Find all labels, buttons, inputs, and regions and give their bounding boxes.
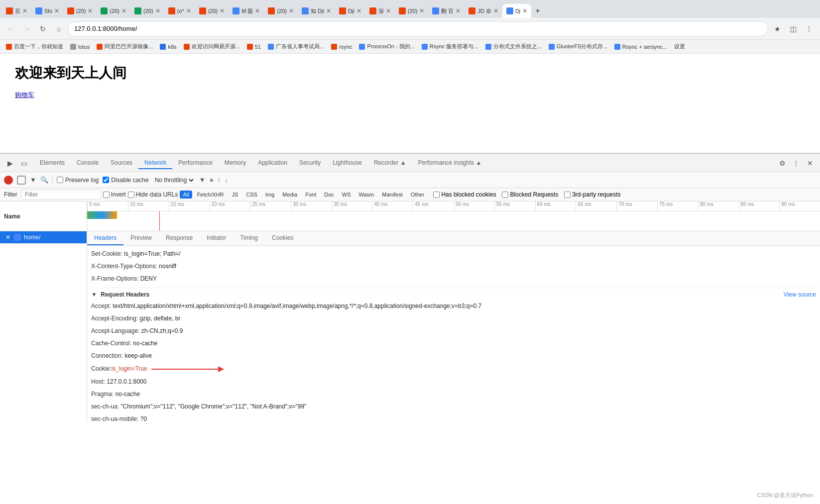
detail-tab-cookies[interactable]: Cookies: [265, 231, 300, 245]
inspect-element-button[interactable]: ▶: [4, 157, 16, 169]
invert-checkbox[interactable]: [103, 192, 110, 198]
tab-lighthouse[interactable]: Lighthouse: [327, 157, 368, 169]
forward-button[interactable]: →: [20, 22, 34, 36]
tab-jd[interactable]: JD 奈 ✕: [465, 4, 502, 18]
tab-close[interactable]: ✕: [289, 7, 294, 14]
bookmark-k8s[interactable]: k8s: [157, 43, 179, 51]
close-devtools-button[interactable]: ✕: [804, 157, 816, 169]
record-button[interactable]: [4, 176, 13, 185]
more-options-button[interactable]: ⋮: [790, 157, 802, 169]
tab-sources[interactable]: Sources: [105, 157, 138, 169]
detail-tab-headers[interactable]: Headers: [87, 231, 123, 245]
throttling-down-icon[interactable]: ▼: [199, 176, 206, 184]
tab-close[interactable]: ✕: [22, 7, 27, 14]
filter-icon[interactable]: ▼: [30, 176, 36, 184]
filter-tag-font[interactable]: Font: [302, 191, 319, 199]
back-button[interactable]: ←: [4, 22, 18, 36]
filter-input[interactable]: [21, 190, 101, 200]
bookmark-exam[interactable]: 广东省人事考试局...: [265, 42, 327, 51]
request-item-close[interactable]: ✕: [4, 233, 12, 241]
tab-close[interactable]: ✕: [493, 7, 498, 14]
disable-cache-checkbox[interactable]: [103, 177, 109, 183]
tab-memory[interactable]: Memory: [219, 157, 252, 169]
tab-close[interactable]: ✕: [356, 7, 361, 14]
address-input[interactable]: [68, 21, 768, 36]
tab-translate[interactable]: 翻 百 ✕: [428, 4, 465, 18]
bookmark-baidu[interactable]: 百度一下，你就知道: [3, 42, 66, 51]
filter-tag-fetchxhr[interactable]: Fetch/XHR: [194, 191, 227, 199]
tab-close[interactable]: ✕: [522, 7, 527, 14]
filter-tag-css[interactable]: CSS: [243, 191, 260, 199]
tab-close[interactable]: ✕: [155, 7, 160, 14]
detail-tab-response[interactable]: Response: [159, 231, 200, 245]
section-toggle-icon[interactable]: ▼: [91, 291, 97, 298]
tab-m[interactable]: M 题 ✕: [229, 4, 264, 18]
preserve-log-label[interactable]: Preserve log: [57, 177, 99, 184]
third-party-checkbox[interactable]: [564, 192, 571, 198]
bookmark-button[interactable]: ★: [770, 22, 784, 36]
import-har-icon[interactable]: ↑: [218, 176, 221, 184]
tab-close[interactable]: ✕: [255, 7, 260, 14]
home-button[interactable]: ⌂: [52, 22, 66, 36]
extensions-button[interactable]: ◫: [786, 22, 800, 36]
detail-tab-initiator[interactable]: Initiator: [200, 231, 233, 245]
filter-tag-other[interactable]: Other: [408, 191, 428, 199]
shopping-cart-link[interactable]: 购物车: [15, 91, 34, 99]
settings-button[interactable]: ⋮: [802, 22, 816, 36]
tab-close[interactable]: ✕: [88, 7, 93, 14]
tab-close[interactable]: ✕: [419, 7, 424, 14]
blocked-cookies-label[interactable]: Has blocked cookies: [433, 191, 496, 198]
detail-tab-preview[interactable]: Preview: [123, 231, 159, 245]
tab-close[interactable]: ✕: [220, 7, 225, 14]
blocked-requests-checkbox[interactable]: [502, 192, 508, 198]
hide-data-urls-label[interactable]: Hide data URLs: [128, 191, 178, 198]
settings-icon-button[interactable]: ⚙: [776, 157, 788, 169]
bookmark-lotus[interactable]: lotus: [67, 43, 93, 51]
tab-close[interactable]: ✕: [186, 7, 191, 14]
tab-20c[interactable]: (20) ✕: [130, 4, 164, 18]
invert-label[interactable]: Invert: [103, 191, 126, 198]
search-icon[interactable]: 🔍: [40, 176, 48, 184]
tab-star[interactable]: (o* ✕: [164, 4, 195, 18]
tab-active-dj[interactable]: Dj ✕: [502, 4, 531, 18]
tab-20a[interactable]: (20) ✕: [63, 4, 97, 18]
filter-tag-js[interactable]: JS: [229, 191, 241, 199]
request-item-home[interactable]: ✕ home/: [0, 231, 87, 244]
filter-tag-media[interactable]: Media: [279, 191, 300, 199]
bookmark-distributed[interactable]: 分布式文件系统之...: [482, 42, 545, 51]
bookmark-sersync[interactable]: Rsync + sersync...: [611, 43, 670, 51]
clear-button[interactable]: [17, 176, 26, 185]
filter-tag-doc[interactable]: Doc: [321, 191, 337, 199]
tab-performance[interactable]: Performance: [172, 157, 219, 169]
tab-recorder[interactable]: Recorder ▲: [368, 157, 412, 169]
tab-20d[interactable]: (20) ✕: [195, 4, 229, 18]
tab-application[interactable]: Application: [252, 157, 293, 169]
tab-dji2[interactable]: Dji ✕: [335, 4, 365, 18]
bookmark-alibaba[interactable]: 阿里巴巴开源镜像...: [94, 42, 156, 51]
device-toolbar-button[interactable]: ▭: [18, 157, 30, 169]
tab-close[interactable]: ✕: [386, 7, 391, 14]
tab-20e[interactable]: (20) ✕: [264, 4, 298, 18]
third-party-label[interactable]: 3rd-party requests: [564, 191, 620, 198]
hide-data-urls-checkbox[interactable]: [128, 192, 134, 198]
tab-close[interactable]: ✕: [456, 7, 461, 14]
bookmark-settings[interactable]: 设置: [671, 42, 688, 51]
tab-network[interactable]: Network: [138, 157, 172, 169]
detail-tab-timing[interactable]: Timing: [233, 231, 265, 245]
tab-close[interactable]: ✕: [121, 7, 126, 14]
tab-dji1[interactable]: 知 Dji ✕: [298, 4, 335, 18]
view-source-button[interactable]: View source: [784, 291, 816, 298]
export-har-icon[interactable]: ↓: [225, 176, 228, 184]
tab-20f[interactable]: (20) ✕: [395, 4, 429, 18]
filter-tag-manifest[interactable]: Manifest: [379, 191, 406, 199]
preserve-log-checkbox[interactable]: [57, 177, 63, 183]
tab-close[interactable]: ✕: [54, 7, 59, 14]
bookmark-rsync[interactable]: rsync: [328, 43, 355, 51]
tab-elements[interactable]: Elements: [34, 157, 71, 169]
tab-baidu[interactable]: 百 ✕: [2, 4, 31, 18]
blocked-requests-label[interactable]: Blocked Requests: [502, 191, 558, 198]
tab-slo[interactable]: Slo ✕: [31, 4, 63, 18]
disable-cache-label[interactable]: Disable cache: [103, 177, 148, 184]
reload-button[interactable]: ↻: [36, 22, 50, 36]
filter-tag-all[interactable]: All: [180, 191, 192, 199]
